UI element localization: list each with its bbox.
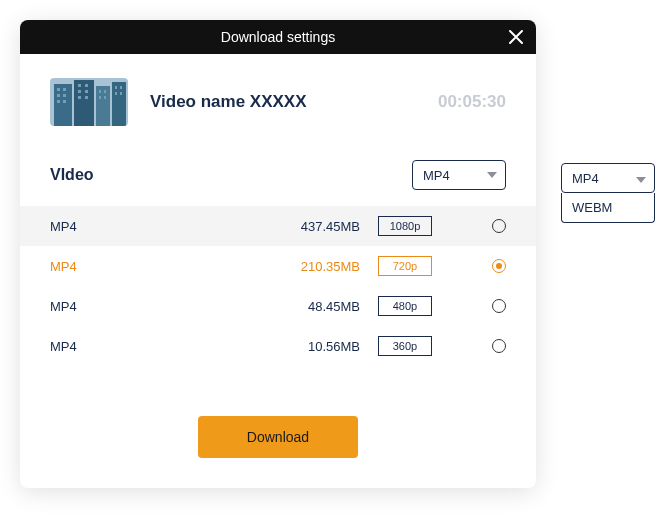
svg-rect-7	[57, 94, 60, 97]
format-rows: MP4 437.45MB 1080p MP4 210.35MB 720p MP4…	[20, 206, 536, 366]
format-row[interactable]: MP4 437.45MB 1080p	[20, 206, 536, 246]
svg-rect-15	[78, 96, 81, 99]
format-dropdown-selected[interactable]: MP4	[561, 163, 655, 193]
download-button[interactable]: Download	[198, 416, 358, 458]
video-info: Video name XXXXX 00:05:30	[50, 78, 506, 126]
format-radio[interactable]	[492, 219, 506, 233]
format-section: VIdeo MP4	[50, 160, 506, 190]
svg-rect-22	[120, 86, 122, 89]
svg-rect-16	[85, 96, 88, 99]
svg-rect-6	[63, 88, 66, 91]
format-name: MP4	[50, 339, 260, 354]
svg-rect-2	[74, 80, 94, 126]
svg-rect-18	[104, 90, 106, 93]
svg-rect-23	[115, 92, 117, 95]
format-resolution: 1080p	[378, 216, 432, 236]
format-size: 437.45MB	[260, 219, 360, 234]
close-icon[interactable]	[506, 27, 526, 47]
format-size: 48.45MB	[260, 299, 360, 314]
svg-rect-14	[85, 90, 88, 93]
format-radio[interactable]	[492, 339, 506, 353]
modal-title: Download settings	[20, 29, 536, 45]
format-name: MP4	[50, 219, 260, 234]
modal-header: Download settings	[20, 20, 536, 54]
download-wrap: Download	[50, 416, 506, 458]
chevron-down-icon	[636, 171, 646, 186]
format-radio[interactable]	[492, 259, 506, 273]
svg-rect-5	[57, 88, 60, 91]
format-resolution: 360p	[378, 336, 432, 356]
format-size: 10.56MB	[260, 339, 360, 354]
format-select[interactable]: MP4	[412, 160, 506, 190]
format-row[interactable]: MP4 210.35MB 720p	[20, 246, 536, 286]
svg-rect-13	[78, 90, 81, 93]
svg-rect-4	[112, 82, 126, 126]
format-dropdown-open: MP4 WEBM	[561, 163, 655, 223]
video-thumbnail	[50, 78, 128, 126]
format-dropdown-option[interactable]: WEBM	[561, 193, 655, 223]
download-settings-modal: Download settings	[20, 20, 536, 488]
format-name: MP4	[50, 299, 260, 314]
svg-rect-12	[85, 84, 88, 87]
format-select-value: MP4	[423, 168, 450, 183]
svg-rect-11	[78, 84, 81, 87]
svg-rect-3	[96, 86, 110, 126]
format-row[interactable]: MP4 10.56MB 360p	[20, 326, 536, 366]
video-title: Video name XXXXX	[150, 92, 438, 112]
svg-rect-17	[99, 90, 101, 93]
svg-rect-19	[99, 96, 101, 99]
modal-body: Video name XXXXX 00:05:30 VIdeo MP4 MP4 …	[20, 54, 536, 488]
format-resolution: 720p	[378, 256, 432, 276]
format-resolution: 480p	[378, 296, 432, 316]
svg-rect-9	[57, 100, 60, 103]
svg-rect-20	[104, 96, 106, 99]
format-option-label: WEBM	[572, 200, 612, 215]
chevron-down-icon	[487, 172, 497, 178]
svg-rect-24	[120, 92, 122, 95]
format-name: MP4	[50, 259, 260, 274]
section-label: VIdeo	[50, 166, 94, 184]
video-duration: 00:05:30	[438, 92, 506, 112]
format-size: 210.35MB	[260, 259, 360, 274]
svg-rect-21	[115, 86, 117, 89]
svg-rect-10	[63, 100, 66, 103]
format-dropdown-value: MP4	[572, 171, 599, 186]
format-radio[interactable]	[492, 299, 506, 313]
svg-rect-8	[63, 94, 66, 97]
format-row[interactable]: MP4 48.45MB 480p	[20, 286, 536, 326]
